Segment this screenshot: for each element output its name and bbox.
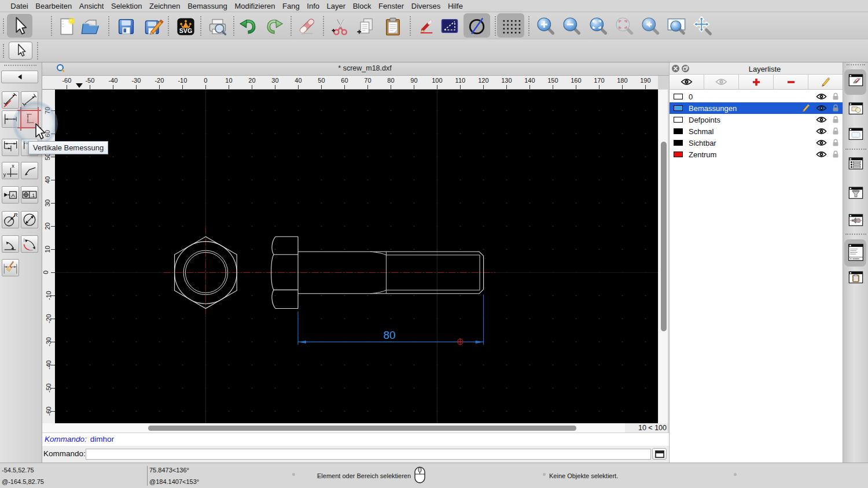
horizontal-scrollbar-handle[interactable] — [148, 426, 576, 431]
tool-dim-baseline[interactable] — [2, 139, 19, 156]
layer-row-0[interactable]: 0 — [670, 91, 843, 102]
tool-dim-leader[interactable] — [21, 162, 38, 179]
dock-selection-filter-button[interactable] — [847, 185, 865, 201]
layer-row-schmal[interactable]: Schmal — [670, 125, 843, 137]
redo-button[interactable] — [264, 16, 285, 37]
layer-row-bemassungen[interactable]: Bemassungen — [670, 102, 843, 114]
tool-dim-tolerance[interactable]: .1 — [21, 186, 38, 204]
tool-dim-linear[interactable] — [21, 91, 38, 109]
horizontal-scrollbar[interactable] — [42, 423, 658, 432]
layer-lock-icon[interactable] — [832, 127, 839, 135]
menu-modifizieren[interactable]: Modifizieren — [231, 2, 279, 10]
dock-command-widget-button[interactable] — [847, 243, 865, 262]
paste-button[interactable] — [382, 16, 403, 37]
command-window-button[interactable] — [652, 448, 667, 460]
toolbar-drag-handle[interactable] — [3, 44, 4, 58]
layer-visibility-eye-icon[interactable] — [816, 139, 827, 146]
layer-row-zentrum[interactable]: Zentrum — [670, 149, 843, 160]
tool-dim-text[interactable]: A — [2, 186, 19, 204]
menu-selektion[interactable]: Selektion — [108, 2, 146, 10]
layer-lock-icon[interactable] — [832, 150, 839, 158]
pen-edit-button[interactable] — [418, 16, 435, 37]
layer-color-swatch[interactable] — [674, 140, 683, 146]
layer-row-sichtbar[interactable]: Sichtbar — [670, 137, 843, 149]
open-file-button[interactable] — [80, 16, 101, 37]
tool-dim-regenerate[interactable] — [2, 259, 19, 276]
document-titlebar[interactable]: * screw_m18.dxf — [42, 62, 669, 76]
mouse-hint-icon — [413, 466, 427, 485]
layer-color-swatch[interactable] — [674, 128, 683, 134]
tool-dim-aligned[interactable] — [2, 91, 19, 109]
hruler-tick — [136, 85, 137, 89]
hide-all-layers-button[interactable] — [704, 75, 739, 89]
tool-dim-arc[interactable] — [21, 235, 38, 253]
layer-color-swatch[interactable] — [674, 117, 683, 123]
new-document-button[interactable] — [57, 16, 78, 37]
dock-entity-list-button[interactable] — [847, 156, 865, 172]
tool-dim-angular[interactable] — [2, 235, 19, 253]
print-preview-button[interactable] — [207, 16, 228, 37]
tool-dim-diametric[interactable] — [21, 211, 38, 228]
palette-drag-handle[interactable] — [4, 65, 36, 68]
menu-ansicht[interactable]: Ansicht — [75, 2, 107, 10]
add-layer-button[interactable] — [739, 75, 774, 89]
layer-lock-icon[interactable] — [832, 139, 839, 147]
menu-layer[interactable]: Layer — [323, 2, 349, 10]
layer-lock-icon[interactable] — [832, 93, 839, 101]
layer-color-swatch[interactable] — [674, 105, 683, 111]
menu-fang[interactable]: Fang — [279, 2, 303, 10]
edit-layer-button[interactable] — [808, 75, 843, 89]
menu-hilfe[interactable]: Hilfe — [444, 2, 467, 10]
vruler-tick — [51, 226, 55, 227]
tool-dim-horizontal[interactable] — [2, 110, 19, 128]
svg-export-button[interactable]: SVG — [175, 16, 196, 37]
vruler-label: 0 — [42, 271, 49, 274]
tool-dim-ordinate[interactable]: x y — [2, 162, 19, 179]
remove-layer-button[interactable] — [774, 75, 808, 89]
menu-block[interactable]: Block — [349, 2, 374, 10]
back-triangle-icon — [16, 73, 23, 80]
layer-color-swatch[interactable] — [674, 94, 683, 99]
menu-datei[interactable]: Datei — [7, 2, 32, 10]
delete-button[interactable] — [296, 16, 317, 37]
pencil-icon[interactable] — [801, 104, 811, 112]
dock-layer-list-button[interactable] — [847, 72, 865, 88]
vertical-scrollbar-handle[interactable] — [661, 142, 667, 331]
copy-button[interactable] — [355, 16, 376, 37]
hruler-tick — [205, 85, 206, 89]
cut-button[interactable] — [329, 16, 350, 37]
command-input[interactable] — [86, 449, 651, 460]
menu-bearbeiten[interactable]: Bearbeiten — [32, 2, 75, 10]
vertical-scrollbar[interactable] — [658, 90, 668, 423]
save-as-button[interactable] — [143, 16, 164, 37]
menu-info[interactable]: Info — [303, 2, 323, 10]
layer-visibility-eye-icon[interactable] — [816, 116, 827, 123]
dock-drag-handle[interactable] — [847, 64, 865, 67]
menu-fenster[interactable]: Fenster — [375, 2, 408, 10]
layer-visibility-eye-icon[interactable] — [816, 128, 827, 135]
toolbar-drag-handle[interactable] — [3, 19, 4, 34]
layer-color-swatch[interactable] — [674, 151, 683, 157]
show-all-layers-button[interactable] — [670, 75, 704, 89]
dock-block-list-button[interactable] — [847, 101, 865, 117]
dock-library-browser-button[interactable] — [847, 126, 865, 142]
menu-zeichnen[interactable]: Zeichnen — [146, 2, 184, 10]
tool-dim-radial[interactable]: R — [2, 211, 19, 228]
dimension-80: 80 — [298, 295, 484, 345]
layer-visibility-eye-icon[interactable] — [816, 105, 827, 112]
drawing-canvas[interactable]: 80 — [55, 90, 658, 423]
menu-bemassung[interactable]: Bemassung — [184, 2, 231, 10]
select-tool-button[interactable] — [9, 16, 30, 36]
layer-lock-icon[interactable] — [832, 104, 839, 112]
select-option-button[interactable] — [9, 42, 32, 60]
save-button[interactable] — [116, 16, 137, 37]
dock-debugger-button[interactable] — [847, 212, 865, 228]
dock-clipboard-button[interactable] — [847, 269, 865, 286]
palette-back-button[interactable] — [1, 71, 38, 83]
layer-row-defpoints[interactable]: Defpoints — [670, 114, 843, 125]
layer-visibility-eye-icon[interactable] — [816, 151, 827, 158]
layer-lock-icon[interactable] — [832, 116, 839, 124]
layer-visibility-eye-icon[interactable] — [816, 93, 827, 100]
menu-diverses[interactable]: Diverses — [407, 2, 444, 10]
undo-button[interactable] — [238, 16, 259, 37]
